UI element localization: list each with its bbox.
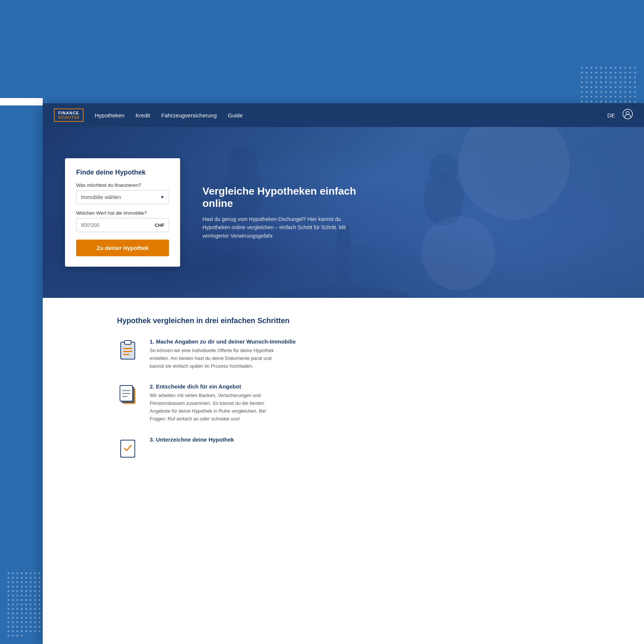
property-type-select[interactable]: Immobilie wählen [76,190,169,204]
step-1-content: 1. Mache Angaben zu dir und deiner Wunsc… [150,338,296,370]
logo-line2: SCOUT24 [58,115,79,120]
svg-rect-22 [122,396,127,397]
svg-rect-15 [123,354,129,355]
language-selector[interactable]: DE [607,112,615,118]
hero-text: Vergleiche Hypotheken einfach online Has… [202,185,366,240]
nav-guide[interactable]: Guide [228,112,243,118]
content-section: Hypothek vergleichen in drei einfachen S… [43,298,644,492]
svg-rect-9 [303,284,384,290]
svg-rect-21 [122,393,130,394]
svg-point-7 [429,154,458,183]
step-1-desc: So können wir eine individuelle Offerte … [150,347,276,370]
hero-subtext: Hast du genug vom Hypotheken-Dschungel? … [202,215,366,240]
nav-hypotheken[interactable]: Hypotheken [95,112,124,118]
step-3: 3. Unterzeichne deine Hypothek [117,436,614,460]
step-3-icon [117,436,141,460]
browser-tab [0,98,43,105]
step-2-title: 2. Entscheide dich für ein Angebot [150,383,276,390]
nav-kredit[interactable]: Kredit [136,112,150,118]
svg-rect-12 [124,341,131,344]
step-1: 1. Mache Angaben zu dir und deiner Wunsc… [117,338,614,370]
svg-rect-8 [310,246,377,286]
hero-section: Finde deine Hypothek Was möchtest du fin… [43,127,644,298]
logo[interactable]: FINANCE SCOUT24 [54,108,84,122]
property-value-wrapper: CHF [76,218,169,232]
step-2-desc: Wir arbeiten mit vielen Banken, Versiche… [150,392,276,423]
step-3-title: 3. Unterzeichne deine Hypothek [150,436,234,443]
browser-window: FINANCE SCOUT24 Hypotheken Kredit Fahrze… [43,103,644,644]
svg-point-0 [623,109,632,119]
step-3-content: 3. Unterzeichne deine Hypothek [150,436,234,445]
hero-form-panel: Finde deine Hypothek Was möchtest du fin… [65,158,180,267]
svg-point-5 [228,148,258,177]
property-type-wrapper: Immobilie wählen ▼ [76,190,169,204]
step-1-title: 1. Mache Angaben zu dir und deiner Wunsc… [150,338,296,345]
currency-suffix: CHF [155,222,165,228]
field2-label: Welchen Wert hat die Immobilie? [76,210,169,216]
step-2-content: 2. Entscheide dich für ein Angebot Wir a… [150,383,276,423]
logo-line1: FINANCE [58,111,79,115]
hero-headline: Vergleiche Hypotheken einfach online [202,185,366,210]
nav-fahrzeug[interactable]: Fahrzeugversicherung [161,112,217,118]
nav-links: Hypotheken Kredit Fahrzeugversicherung G… [95,112,607,118]
field1-label: Was möchtest du finanzieren? [76,182,169,188]
section-title: Hypothek vergleichen in drei einfachen S… [117,316,614,325]
svg-rect-13 [123,348,132,349]
step-2-icon [117,383,141,407]
user-account-icon[interactable] [622,109,633,121]
step-1-icon [117,338,141,362]
svg-rect-14 [123,351,132,352]
nav-right: DE [607,109,633,121]
form-title: Finde deine Hypothek [76,169,169,176]
svg-point-1 [626,111,629,114]
navbar: FINANCE SCOUT24 Hypotheken Kredit Fahrze… [43,103,644,127]
svg-rect-20 [122,390,130,391]
cta-button[interactable]: Zu deiner Hypothek [76,240,169,256]
step-2: 2. Entscheide dich für ein Angebot Wir a… [117,383,614,423]
